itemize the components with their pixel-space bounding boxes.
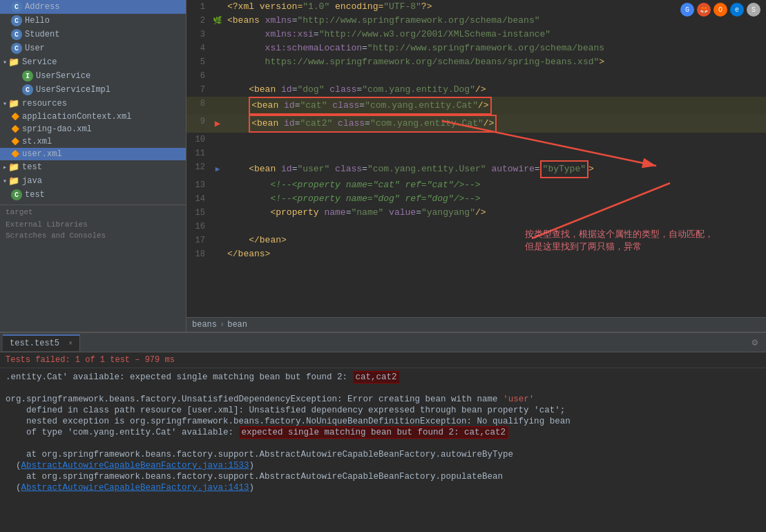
error-line-10: (AbstractAutowireCapableBeanFactory.java… <box>6 483 760 493</box>
error-line-9: at org.springframework.beans.factory.sup… <box>6 472 760 482</box>
code-line-6: 6 <box>186 69 766 83</box>
sidebar-label: applicationContext.xml <box>22 112 131 122</box>
code-line-2: 2 🌿 <beans xmlns="http://www.springframe… <box>186 14 766 28</box>
sidebar-label: spring-dao.xml <box>22 124 92 134</box>
code-line-5: 5 https://www.springframework.org/schema… <box>186 55 766 69</box>
folder-icon: 📁 <box>8 57 19 68</box>
sidebar-label: Address <box>25 2 59 12</box>
breadcrumb-bean[interactable]: bean <box>227 320 247 330</box>
expand-arrow: ▾ <box>3 58 7 66</box>
settings-gear-icon[interactable]: ⚙ <box>752 336 763 348</box>
code-line-10: 10 <box>186 133 766 146</box>
error-line-5: nested exception is org.springframework.… <box>6 417 760 426</box>
tab-label: test.test5 <box>10 339 59 348</box>
sidebar-item-student[interactable]: C Student <box>0 28 186 41</box>
folder-icon: 📁 <box>8 98 19 109</box>
code-line-18: 18 </beans> <box>186 247 766 261</box>
bottom-tab-test[interactable]: test.test5 × <box>3 334 80 351</box>
code-line-15: 15 <property name="name" value="yangyang… <box>186 206 766 220</box>
browser-toolbar: G 🦊 O e S <box>680 3 760 17</box>
class-icon: C <box>11 189 22 200</box>
chrome-icon[interactable]: G <box>680 3 694 17</box>
code-line-13: 13 <!--<property name="cat" ref="cat"/>-… <box>186 178 766 192</box>
sidebar-item-springdao[interactable]: 🔶 spring-dao.xml <box>0 123 186 135</box>
error-line-3: org.springframework.beans.factory.Unsati… <box>6 395 760 404</box>
expand-arrow: ▾ <box>3 177 7 185</box>
sidebar-label: java <box>22 176 42 186</box>
sidebar-item-resources-folder[interactable]: ▾ 📁 resources <box>0 97 186 111</box>
sidebar-label: test <box>22 162 42 172</box>
class-icon: C <box>11 1 22 12</box>
sidebar-item-userserviceimpl[interactable]: C UserServiceImpl <box>0 83 186 97</box>
target-label: target <box>0 205 186 219</box>
error-line-7: at org.springframework.beans.factory.sup… <box>6 450 760 459</box>
test-fail-text: Tests failed: 1 of 1 test – 979 ms <box>6 355 175 365</box>
xml-icon: 🔶 <box>11 113 19 121</box>
sidebar-item-userservice[interactable]: I UserService <box>0 69 186 83</box>
editor-area: G 🦊 O e S 1 <?xml version="1.0" encoding… <box>186 0 766 332</box>
main-area: C Address C Hello C Student C User ▾ 📁 S… <box>0 0 766 332</box>
code-line-17: 17 </bean> <box>186 234 766 247</box>
breadcrumb: beans › bean <box>186 317 766 332</box>
sidebar-item-userxml[interactable]: 🔶 user.xml <box>0 148 186 160</box>
breadcrumb-beans[interactable]: beans <box>192 320 217 330</box>
xml-icon: 🔶 <box>11 125 19 133</box>
sidebar-item-address[interactable]: C Address <box>0 0 186 14</box>
error-link-1533[interactable]: AbstractAutowireCapableBeanFactory.java:… <box>21 461 249 471</box>
ie-icon[interactable]: e <box>730 3 744 17</box>
sidebar-label: Student <box>25 30 59 39</box>
sidebar-item-service-folder[interactable]: ▾ 📁 Service <box>0 55 186 69</box>
scratches-label: Scratches and Consoles <box>0 230 186 241</box>
firefox-icon[interactable]: 🦊 <box>697 3 711 17</box>
code-line-14: 14 <!--<property name="dog" ref="dog"/>-… <box>186 192 766 206</box>
sidebar-label: User <box>25 44 45 53</box>
error-line-8: (AbstractAutowireCapableBeanFactory.java… <box>6 461 760 471</box>
error-line-1: .entity.Cat' available: expected single … <box>6 372 760 382</box>
folder-icon: 📁 <box>8 175 19 187</box>
class-icon: C <box>22 84 33 95</box>
class-icon: C <box>11 29 22 40</box>
sidebar: C Address C Hello C Student C User ▾ 📁 S… <box>0 0 186 332</box>
sidebar-label: st.xml <box>22 137 52 146</box>
sidebar-item-hello[interactable]: C Hello <box>0 14 186 28</box>
code-line-9: 9 ▶ <bean id="cat2" class="com.yang.enti… <box>186 115 766 133</box>
sidebar-label: UserServiceImpl <box>36 85 111 95</box>
sidebar-label: resources <box>22 99 67 108</box>
code-line-4: 4 xsi:schemaLocation="http://www.springf… <box>186 41 766 55</box>
opera-icon[interactable]: O <box>714 3 727 17</box>
tab-close-button[interactable]: × <box>68 340 73 348</box>
sidebar-item-applicationcontext[interactable]: 🔶 applicationContext.xml <box>0 111 186 123</box>
class-icon: C <box>11 43 22 54</box>
folder-icon: 📁 <box>8 162 19 173</box>
sidebar-item-user[interactable]: C User <box>0 41 186 55</box>
sidebar-item-test-folder[interactable]: ▸ 📁 test <box>0 160 186 174</box>
highlight-box: cat,cat2 <box>353 371 400 383</box>
code-line-8: 8 <bean id="cat" class="com.yang.entity.… <box>186 97 766 115</box>
expand-arrow: ▾ <box>3 99 7 108</box>
code-line-11: 11 <box>186 146 766 160</box>
sidebar-item-test-class[interactable]: C test <box>0 188 186 202</box>
editor-wrapper: G 🦊 O e S 1 <?xml version="1.0" encoding… <box>186 0 766 317</box>
code-editor[interactable]: 1 <?xml version="1.0" encoding="UTF-8"?>… <box>186 0 766 261</box>
code-line-1: 1 <?xml version="1.0" encoding="UTF-8"?> <box>186 0 766 14</box>
highlight-box-2: expected single matching bean but found … <box>239 426 509 439</box>
sidebar-label: user.xml <box>22 149 62 159</box>
sidebar-item-java-folder[interactable]: ▾ 📁 java <box>0 174 186 188</box>
bottom-panel: test.test5 × ⚙ Tests failed: 1 of 1 test… <box>0 332 766 532</box>
safari-icon[interactable]: S <box>747 3 760 17</box>
sidebar-label: Hello <box>25 16 50 26</box>
sidebar-item-stxml[interactable]: 🔶 st.xml <box>0 135 186 148</box>
sidebar-label: UserService <box>36 71 90 81</box>
code-line-7: 7 <bean id="dog" class="com.yang.entity.… <box>186 83 766 97</box>
bottom-tabs: test.test5 × ⚙ <box>0 333 766 352</box>
class-icon: C <box>11 15 22 26</box>
code-line-16: 16 <box>186 220 766 234</box>
expand-arrow: ▸ <box>3 163 7 171</box>
xml-icon: 🔶 <box>11 137 19 146</box>
test-status-bar: Tests failed: 1 of 1 test – 979 ms <box>0 352 766 368</box>
error-line-6: of type 'com.yang.entity.Cat' available:… <box>6 428 760 437</box>
error-line-4: defined in class path resource [user.xml… <box>6 406 760 415</box>
error-link-1413[interactable]: AbstractAutowireCapableBeanFactory.java:… <box>21 483 249 493</box>
xml-icon: 🔶 <box>11 150 19 158</box>
sidebar-label: test <box>25 190 45 200</box>
